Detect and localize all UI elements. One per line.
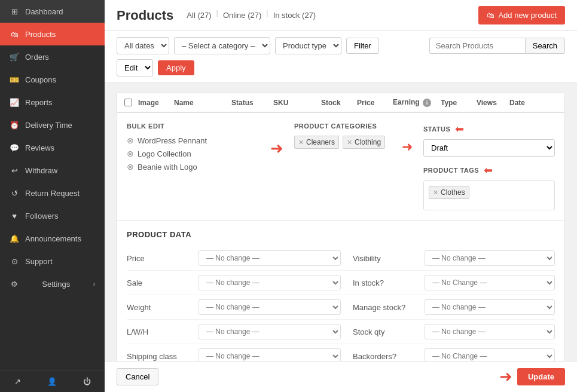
col-name-label: Name <box>174 99 231 107</box>
bulk-product-product-3: ⊗Beanie with Logo <box>127 162 258 172</box>
logout-button[interactable]: ⏻ <box>70 371 105 392</box>
clothing-tag: ✕Clothing <box>343 136 385 149</box>
arrow-to-status: ➜ <box>401 122 414 210</box>
sidebar-label-settings: Settings <box>42 280 70 289</box>
settings-icon: ⚙ <box>10 279 19 289</box>
status-label: STATUS <box>423 125 450 133</box>
bulk-edit-right: STATUS ⬅ Draft Published Private PRODUCT… <box>423 122 555 210</box>
add-new-product-button[interactable]: 🛍 Add new product <box>478 6 565 24</box>
tab-separator: | <box>266 8 268 22</box>
sidebar-label-dashboard: Dashboard <box>25 7 63 16</box>
sidebar-label-reviews: Reviews <box>25 143 54 152</box>
select-right-Stock qty[interactable]: — No change — <box>425 324 555 339</box>
product-data-section: PRODUCT DATA Price— No change —Sale— No … <box>117 220 565 361</box>
arrow-to-tags-label: ⬅ <box>484 164 493 177</box>
sidebar-item-coupons[interactable]: 🎫Coupons <box>0 68 105 91</box>
tab-online[interactable]: Online (27) <box>219 8 265 22</box>
cancel-button[interactable]: Cancel <box>117 368 158 385</box>
update-area: ➜ Update <box>499 368 565 386</box>
search-input[interactable] <box>429 38 525 54</box>
page-title: Products <box>117 8 173 23</box>
sidebar-label-followers: Followers <box>25 212 59 220</box>
external-link-button[interactable]: ↗ <box>0 371 35 392</box>
sidebar-label-coupons: Coupons <box>25 75 56 84</box>
action-bar: Cancel ➜ Update <box>105 361 577 392</box>
sidebar-item-return-request[interactable]: ↺Return Request <box>0 182 105 204</box>
apply-button[interactable]: Apply <box>158 60 194 75</box>
select-Weight[interactable]: — No change — <box>199 299 341 315</box>
select-right-Visibility[interactable]: — No change — <box>425 250 555 266</box>
sidebar-item-products[interactable]: 🛍Products <box>0 23 105 45</box>
product-type-filter[interactable]: Product type <box>275 37 341 54</box>
date-filter[interactable]: All dates <box>117 37 169 54</box>
col-status-label: Status <box>231 99 273 107</box>
arrow-to-update: ➜ <box>499 368 512 386</box>
remove-clothing-tag-icon[interactable]: ✕ <box>347 139 352 146</box>
select-L/W/H[interactable]: — No change — <box>199 324 341 339</box>
right-fields: Visibility— No change —In stock?— No Cha… <box>341 246 555 361</box>
select-right-In stock?[interactable]: — No Change — <box>425 275 555 290</box>
reviews-icon: 💬 <box>10 143 19 152</box>
select-Shipping class[interactable]: — No change — <box>199 348 341 361</box>
product-data-grid: Price— No change —Sale— No change —Weigh… <box>127 246 555 361</box>
select-right-Manage stock?[interactable]: — No change — <box>425 299 555 315</box>
filter-button[interactable]: Filter <box>346 38 379 54</box>
select-Price[interactable]: — No change — <box>199 250 341 266</box>
sidebar-item-support[interactable]: ⊙Support <box>0 250 105 272</box>
col-type-label: Type <box>441 99 477 107</box>
left-fields: Price— No change —Sale— No change —Weigh… <box>127 246 341 361</box>
select-right-Backorders?[interactable]: — No Change — <box>425 348 555 361</box>
select-Sale[interactable]: — No change — <box>199 275 341 290</box>
category-filter[interactable]: – Select a category – <box>174 37 270 54</box>
profile-button[interactable]: 👤 <box>35 371 69 392</box>
bulk-edit-panel: BULK EDIT ⊗WordPress Pennant⊗Logo Collec… <box>117 113 565 220</box>
col-image-label: Image <box>138 99 174 107</box>
arrow-to-categories: ➜ <box>268 122 285 210</box>
col-stock-label: Stock <box>321 99 357 107</box>
clothes-tag: ✕Clothes <box>429 186 469 199</box>
settings-arrow-icon: › <box>93 281 95 287</box>
bulk-edit-middle: PRODUCT CATEGORIES ✕Cleaners✕Clothing <box>294 122 391 210</box>
sidebar-item-settings[interactable]: ⚙Settings› <box>0 272 105 295</box>
tags-section-header: PRODUCT TAGS ⬅ <box>423 164 555 177</box>
update-button[interactable]: Update <box>517 368 565 385</box>
return-request-icon: ↺ <box>10 188 19 198</box>
remove-cleaners-tag-icon[interactable]: ✕ <box>298 139 304 146</box>
col-price-label: Price <box>357 99 393 107</box>
sidebar-item-delivery-time[interactable]: ⏰Delivery Time <box>0 114 105 136</box>
sidebar-item-withdraw[interactable]: ↩Withdraw <box>0 159 105 182</box>
col-sku-label: SKU <box>273 99 321 107</box>
withdraw-icon: ↩ <box>10 166 19 175</box>
categories-label: PRODUCT CATEGORIES <box>294 122 391 130</box>
sidebar: ⊞Dashboard🛍Products🛒Orders🎫Coupons📈Repor… <box>0 0 105 392</box>
label-right-Stock qty: Stock qty <box>353 327 425 336</box>
filter-row-1: All dates – Select a category – Product … <box>117 37 565 54</box>
edit-select[interactable]: Edit <box>117 59 153 76</box>
bulk-product-product-2: ⊗Logo Collection <box>127 149 258 158</box>
remove-product-3-icon[interactable]: ⊗ <box>127 162 134 172</box>
tab-all[interactable]: All (27) <box>183 8 215 22</box>
bulk-edit-left: BULK EDIT ⊗WordPress Pennant⊗Logo Collec… <box>127 122 258 210</box>
select-all-checkbox[interactable] <box>124 99 132 106</box>
sidebar-label-announcements: Announcements <box>25 234 81 243</box>
tab-in-stock[interactable]: In stock (27) <box>270 8 320 22</box>
sidebar-label-withdraw: Withdraw <box>25 166 57 175</box>
status-select[interactable]: Draft Published Private <box>423 139 555 157</box>
tags-label: PRODUCT TAGS <box>423 167 479 174</box>
remove-clothes-tag-icon[interactable]: ✕ <box>433 189 438 197</box>
cleaners-tag: ✕Cleaners <box>294 136 339 149</box>
remove-product-1-icon[interactable]: ⊗ <box>127 136 134 145</box>
sidebar-item-orders[interactable]: 🛒Orders <box>0 45 105 68</box>
topbar: Products All (27)|Online (27)|In stock (… <box>105 0 577 31</box>
search-button[interactable]: Search <box>525 38 565 54</box>
sidebar-item-reviews[interactable]: 💬Reviews <box>0 136 105 159</box>
field-weight: Weight— No change — <box>127 295 341 320</box>
table-header: Image Name Status SKU Stock Price Earnin… <box>117 93 565 113</box>
sidebar-item-announcements[interactable]: 🔔Announcements <box>0 227 105 250</box>
field-sale: Sale— No change — <box>127 271 341 295</box>
sidebar-item-dashboard[interactable]: ⊞Dashboard <box>0 0 105 23</box>
sidebar-item-reports[interactable]: 📈Reports <box>0 91 105 114</box>
sidebar-item-followers[interactable]: ♥Followers <box>0 204 105 227</box>
remove-product-2-icon[interactable]: ⊗ <box>127 149 134 158</box>
earning-info-icon: i <box>423 99 431 107</box>
